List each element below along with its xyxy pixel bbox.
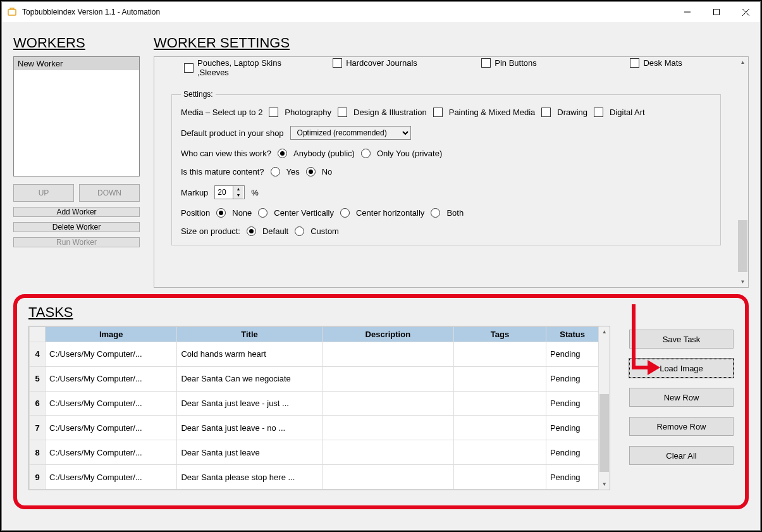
- table-row[interactable]: 4C:/Users/My Computer/...Cold hands warm…: [30, 342, 599, 367]
- remove-row-button[interactable]: Remove Row: [629, 417, 734, 436]
- col-image[interactable]: Image: [46, 327, 177, 342]
- col-title[interactable]: Title: [177, 327, 322, 342]
- cell-image[interactable]: C:/Users/My Computer/...: [46, 342, 177, 367]
- maximize-button[interactable]: [702, 2, 731, 22]
- task-buttons: Save Task Load Image New Row Remove Row …: [629, 326, 734, 490]
- cell-desc[interactable]: [322, 465, 453, 490]
- cell-desc[interactable]: [322, 391, 453, 416]
- cell-desc[interactable]: [322, 440, 453, 465]
- table-row[interactable]: 8C:/Users/My Computer/...Dear Santa just…: [30, 440, 599, 465]
- checkbox[interactable]: [338, 108, 347, 117]
- cell-status[interactable]: Pending: [546, 440, 598, 465]
- cell-title[interactable]: Cold hands warm heart: [177, 342, 322, 367]
- cell-status[interactable]: Pending: [546, 342, 598, 367]
- cell-title[interactable]: Dear Santa just leave: [177, 440, 322, 465]
- scroll-up-icon[interactable]: ▲: [737, 57, 748, 68]
- radio-anybody[interactable]: [278, 149, 287, 158]
- cell-status[interactable]: Pending: [546, 416, 598, 440]
- radio-only-you[interactable]: [361, 149, 371, 158]
- cell-tags[interactable]: [454, 366, 546, 391]
- cell-title[interactable]: Dear Santa please stop here ...: [177, 465, 322, 490]
- add-worker-button[interactable]: Add Worker: [13, 207, 140, 217]
- checkbox[interactable]: [333, 58, 342, 68]
- spin-up-icon[interactable]: ▲: [233, 186, 243, 192]
- workers-heading: WORKERS: [13, 35, 140, 51]
- worker-list[interactable]: New Worker: [13, 56, 140, 176]
- cell-image[interactable]: C:/Users/My Computer/...: [46, 465, 177, 490]
- cell-image[interactable]: C:/Users/My Computer/...: [46, 416, 177, 440]
- spin-down-icon[interactable]: ▼: [233, 192, 243, 199]
- cell-status[interactable]: Pending: [546, 391, 598, 416]
- product-label: Pouches, Laptop Skins ,Sleeves: [197, 58, 314, 77]
- col-rownum[interactable]: [30, 327, 46, 342]
- new-row-button[interactable]: New Row: [629, 388, 734, 407]
- table-scrollbar[interactable]: ▲ ▼: [599, 326, 610, 490]
- scroll-down-icon[interactable]: ▼: [599, 479, 610, 490]
- radio-default[interactable]: [247, 226, 256, 236]
- checkbox[interactable]: [630, 58, 639, 68]
- row-num: 9: [30, 465, 46, 490]
- cell-status[interactable]: Pending: [546, 465, 598, 490]
- checkbox[interactable]: [433, 108, 443, 117]
- cell-tags[interactable]: [454, 465, 546, 490]
- cell-desc[interactable]: [322, 342, 453, 367]
- row-num: 5: [30, 366, 46, 391]
- checkbox[interactable]: [541, 108, 551, 117]
- titlebar[interactable]: Topbubbleindex Version 1.1 - Automation: [2, 2, 760, 22]
- checkbox[interactable]: [481, 58, 491, 68]
- col-tags[interactable]: Tags: [454, 327, 546, 342]
- radio-yes[interactable]: [271, 167, 280, 176]
- cell-image[interactable]: C:/Users/My Computer/...: [46, 440, 177, 465]
- run-worker-button[interactable]: Run Worker: [13, 237, 140, 247]
- cell-tags[interactable]: [454, 440, 546, 465]
- minimize-button[interactable]: [673, 2, 702, 22]
- checkbox[interactable]: [594, 108, 603, 117]
- load-image-button[interactable]: Load Image: [629, 359, 734, 378]
- scroll-thumb[interactable]: [738, 220, 747, 273]
- cell-tags[interactable]: [454, 391, 546, 416]
- table-row[interactable]: 7C:/Users/My Computer/...Dear Santa just…: [30, 416, 599, 440]
- cell-tags[interactable]: [454, 342, 546, 367]
- table-row[interactable]: 9C:/Users/My Computer/...Dear Santa plea…: [30, 465, 599, 490]
- cell-tags[interactable]: [454, 416, 546, 440]
- close-button[interactable]: [731, 2, 760, 22]
- scroll-up-icon[interactable]: ▲: [599, 326, 610, 337]
- radio-both[interactable]: [431, 208, 440, 218]
- settings-fieldset: Settings: Media – Select up to 2 Photogr…: [171, 90, 721, 245]
- cell-image[interactable]: C:/Users/My Computer/...: [46, 366, 177, 391]
- default-product-select[interactable]: Optimized (recommended): [290, 126, 411, 140]
- col-status[interactable]: Status: [546, 327, 598, 342]
- down-button[interactable]: DOWN: [79, 184, 140, 202]
- settings-box: Pouches, Laptop Skins ,Sleeves Hardcover…: [154, 56, 749, 288]
- cell-desc[interactable]: [322, 366, 453, 391]
- cell-desc[interactable]: [322, 416, 453, 440]
- radio-no[interactable]: [306, 167, 316, 176]
- checkbox[interactable]: [184, 63, 194, 73]
- save-task-button[interactable]: Save Task: [629, 330, 734, 349]
- table-row[interactable]: 6C:/Users/My Computer/...Dear Santa just…: [30, 391, 599, 416]
- checkbox[interactable]: [269, 108, 278, 117]
- scroll-down-icon[interactable]: ▼: [737, 276, 748, 287]
- settings-scrollbar[interactable]: ▲ ▼: [737, 57, 748, 287]
- cell-title[interactable]: Dear Santa Can we negociate: [177, 366, 322, 391]
- radio-center-horiz[interactable]: [340, 208, 350, 218]
- cell-title[interactable]: Dear Santa just leave - no ...: [177, 416, 322, 440]
- row-num: 4: [30, 342, 46, 367]
- cell-image[interactable]: C:/Users/My Computer/...: [46, 391, 177, 416]
- tasks-table[interactable]: Image Title Description Tags Status 4C:/…: [29, 326, 599, 490]
- markup-input[interactable]: [215, 188, 233, 197]
- row-num: 6: [30, 391, 46, 416]
- radio-custom[interactable]: [295, 226, 304, 236]
- cell-title[interactable]: Dear Santa just leave - just ...: [177, 391, 322, 416]
- delete-worker-button[interactable]: Delete Worker: [13, 222, 140, 232]
- scroll-thumb[interactable]: [599, 394, 609, 472]
- cell-status[interactable]: Pending: [546, 366, 598, 391]
- table-row[interactable]: 5C:/Users/My Computer/...Dear Santa Can …: [30, 366, 599, 391]
- markup-spinner[interactable]: ▲▼: [214, 185, 245, 199]
- worker-item[interactable]: New Worker: [14, 57, 139, 70]
- radio-center-vert[interactable]: [258, 208, 267, 218]
- up-button[interactable]: UP: [13, 184, 74, 202]
- col-desc[interactable]: Description: [322, 327, 453, 342]
- radio-none[interactable]: [216, 208, 226, 218]
- clear-all-button[interactable]: Clear All: [629, 446, 734, 465]
